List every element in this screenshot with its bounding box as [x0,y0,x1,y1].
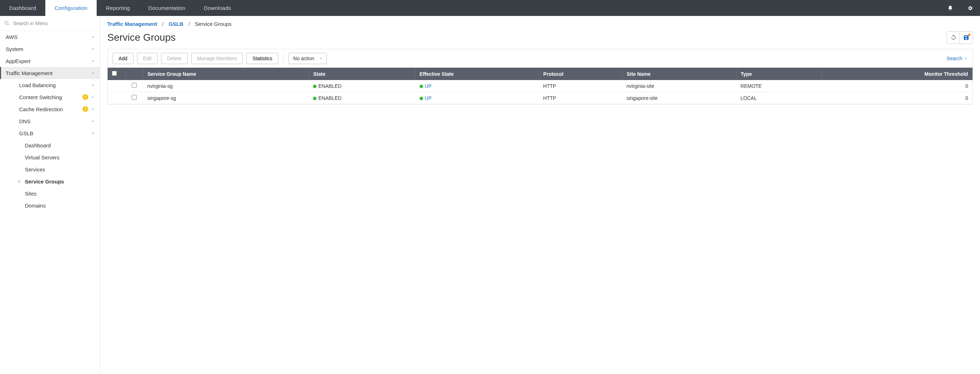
cell-name: nvirginia-sg [143,80,309,92]
delete-button[interactable]: Delete [161,53,187,64]
cell-state: ENABLED [309,92,415,104]
cell-type: REMOTE [737,80,822,92]
unsaved-dot-icon [968,33,970,36]
sidebar-item-dashboard[interactable]: Dashboard [0,139,100,151]
top-nav: Dashboard Configuration Reporting Docume… [0,0,980,16]
sidebar-item-system[interactable]: System [0,43,100,55]
statistics-button[interactable]: Statistics [247,53,278,64]
sidebar-item-cache-redirection[interactable]: Cache Redirection! [0,103,100,115]
save-button[interactable] [960,32,972,43]
sidebar-item-content-switching[interactable]: Content Switching! [0,91,100,103]
select-all-checkbox[interactable] [112,71,117,76]
warning-badge-icon: ! [83,94,88,100]
settings-button[interactable] [960,0,980,16]
col-state[interactable]: State [309,68,415,80]
nav-tab-dashboard[interactable]: Dashboard [0,0,45,16]
refresh-icon [950,34,957,41]
sidebar-item-label: GSLB [19,131,91,136]
status-dot-icon [313,84,317,88]
sidebar-item-domains[interactable]: Domains [0,199,100,212]
cell-type: LOCAL [737,92,822,104]
sidebar-item-label: AppExpert [6,58,91,64]
title-actions [947,31,973,44]
effective-state-link[interactable]: UP [425,83,431,89]
chevron-down-icon [319,57,323,60]
cell-site: nvirginia-site [622,80,736,92]
sidebar-item-label: Virtual Servers [25,154,95,161]
sidebar-search-input[interactable] [13,21,95,26]
action-select-label: No action [293,56,314,61]
sidebar-item-service-groups[interactable]: Service Groups [0,175,100,187]
status-dot-icon [420,84,423,88]
add-button[interactable]: Add [113,53,134,64]
breadcrumb-current: Service Groups [195,21,232,27]
nav-tab-reporting[interactable]: Reporting [97,0,139,16]
bell-icon [947,5,953,11]
search-toggle[interactable]: Search [947,56,967,61]
gear-icon [967,5,973,11]
col-blank [125,68,143,80]
status-dot-icon [420,97,423,100]
cell-effective-state: UP [415,80,539,92]
sidebar-item-label: AWS [6,34,91,40]
sidebar-item-label: DNS [19,118,91,124]
sidebar-item-traffic-management[interactable]: Traffic Management [0,67,100,79]
col-effective-state[interactable]: Effective State [415,68,539,80]
warning-badge-icon: ! [83,106,88,112]
edit-button[interactable]: Edit [137,53,158,64]
sidebar: AWSSystemAppExpertTraffic ManagementLoad… [0,16,100,374]
col-protocol[interactable]: Protocol [539,68,622,80]
breadcrumb-gslb[interactable]: GSLB [169,21,183,27]
breadcrumb-sep: / [162,21,164,27]
refresh-button[interactable] [947,32,960,43]
cell-threshold: 0 [822,80,972,92]
effective-state-link[interactable]: UP [425,95,431,101]
sidebar-item-label: Service Groups [25,178,95,185]
sidebar-item-label: Dashboard [25,142,95,148]
title-row: Service Groups [107,31,973,44]
col-name[interactable]: Service Group Name [143,68,309,80]
table-row[interactable]: nvirginia-sgENABLEDUPHTTPnvirginia-siteR… [108,80,972,92]
cell-name: singapore-sg [143,92,309,104]
col-select-all [108,68,125,80]
breadcrumb-traffic-management[interactable]: Traffic Management [107,21,157,27]
action-select[interactable]: No action [288,53,326,64]
cell-state: ENABLED [309,80,415,92]
nav-tab-downloads[interactable]: Downloads [195,0,240,16]
cell-site: singapore-site [622,92,736,104]
col-monitor-threshold[interactable]: Monitor Threshold [822,68,972,80]
sidebar-item-virtual-servers[interactable]: Virtual Servers [0,151,100,163]
sidebar-item-appexpert[interactable]: AppExpert [0,55,100,67]
sidebar-item-gslb[interactable]: GSLB [0,127,100,139]
cell-effective-state: UP [415,92,539,104]
sidebar-item-dns[interactable]: DNS [0,115,100,127]
nav-tab-configuration[interactable]: Configuration [45,0,97,16]
sidebar-item-label: System [6,46,91,52]
table-row[interactable]: singapore-sgENABLEDUPHTTPsingapore-siteL… [108,92,972,104]
sidebar-item-label: Traffic Management [6,70,91,76]
row-checkbox[interactable] [132,95,137,100]
sidebar-item-label: Domains [25,202,95,208]
row-checkbox[interactable] [132,83,137,88]
col-site-name[interactable]: Site Name [622,68,736,80]
sidebar-item-label: Load Balancing [19,82,91,88]
sidebar-item-services[interactable]: Services [0,163,100,175]
manage-members-button[interactable]: Manage Members [191,53,243,64]
service-groups-table: Service Group Name State Effective State… [108,68,972,104]
status-dot-icon [313,97,317,100]
service-groups-panel: Add Edit Delete Manage Members Statistic… [107,49,973,105]
toolbar: Add Edit Delete Manage Members Statistic… [108,49,972,68]
nav-spacer [240,0,940,16]
nav-tab-documentation[interactable]: Documentation [139,0,195,16]
sidebar-item-load-balancing[interactable]: Load Balancing [0,79,100,91]
search-label: Search [947,56,962,61]
main-content: Traffic Management / GSLB / Service Grou… [100,16,980,374]
breadcrumb-sep: / [188,21,190,27]
col-type[interactable]: Type [737,68,822,80]
notifications-button[interactable] [940,0,960,16]
sidebar-item-aws[interactable]: AWS [0,31,100,43]
search-icon [4,21,10,26]
sidebar-search [0,16,100,31]
sidebar-item-sites[interactable]: Sites [0,187,100,199]
page-title: Service Groups [107,32,947,43]
